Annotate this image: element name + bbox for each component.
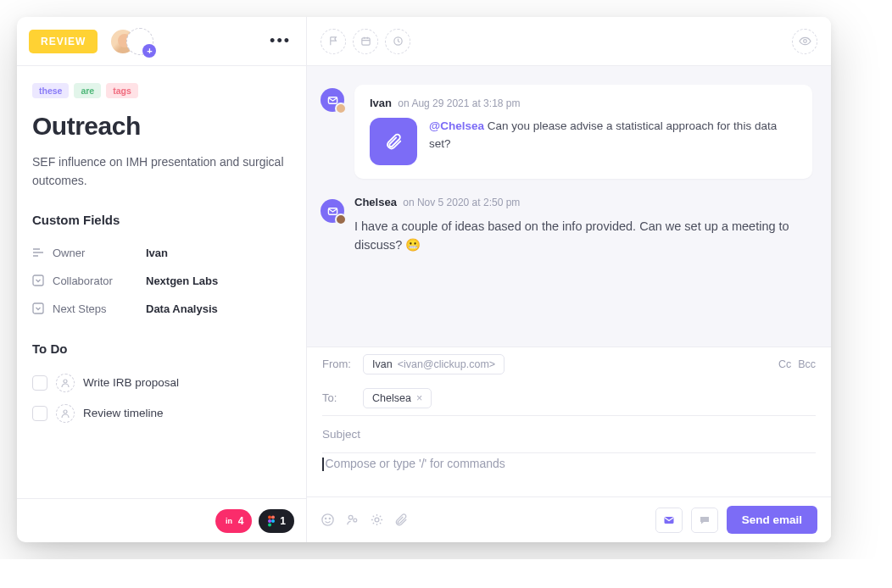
integration-pill-invision[interactable]: in 4 [215, 509, 253, 533]
app-window: REVIEW + ••• these are tags Outreach SEF… [17, 17, 831, 542]
message-meta: Ivan on Aug 29 2021 at 3:18 pm [370, 97, 797, 109]
svg-point-24 [329, 519, 330, 519]
svg-point-12 [271, 519, 275, 523]
message-timestamp: on Aug 29 2021 at 3:18 pm [398, 97, 520, 109]
todo-item[interactable]: Write IRB proposal [32, 368, 291, 398]
svg-point-25 [348, 515, 353, 519]
message-text: @Chelsea Can you please advise a statist… [429, 118, 797, 153]
custom-field-label: Owner [53, 247, 146, 259]
svg-point-9 [268, 515, 271, 519]
svg-point-26 [354, 519, 357, 522]
todo-list: Write IRB proposal Review timeline [32, 368, 291, 429]
message: Chelsea on Nov 5 2020 at 2:50 pm I have … [321, 196, 812, 255]
paperclip-icon[interactable] [394, 513, 409, 527]
custom-field-row[interactable]: Owner Ivan [32, 239, 291, 267]
checkbox[interactable] [32, 375, 47, 391]
send-email-button[interactable]: Send email [727, 506, 817, 534]
tag[interactable]: these [32, 83, 69, 98]
assignee-placeholder-icon[interactable] [56, 374, 75, 392]
left-header: REVIEW + ••• [17, 17, 306, 66]
svg-point-5 [64, 380, 67, 383]
message-author: Ivan [370, 97, 392, 109]
svg-point-22 [322, 514, 333, 525]
todo-item[interactable]: Review timeline [32, 398, 291, 429]
page-title: Outreach [32, 112, 291, 141]
page-description: SEF influence on IMH presentation and su… [32, 153, 291, 191]
invision-icon: in [224, 516, 234, 526]
bcc-button[interactable]: Bcc [798, 358, 816, 370]
custom-field-value: Ivan [146, 247, 168, 259]
to-name: Chelsea [372, 392, 411, 404]
tag[interactable]: tags [106, 83, 138, 98]
custom-fields-heading: Custom Fields [32, 213, 291, 227]
to-chip[interactable]: Chelsea × [363, 388, 432, 408]
right-header [307, 17, 831, 66]
dropdown-icon [32, 302, 44, 314]
message-timestamp: on Nov 5 2020 at 2:50 pm [403, 197, 520, 208]
custom-field-value: Nextgen Labs [146, 275, 218, 287]
message: Ivan on Aug 29 2021 at 3:18 pm @Chelsea … [321, 85, 812, 179]
todo-heading: To Do [32, 341, 291, 356]
clock-icon[interactable] [385, 29, 410, 54]
mention[interactable]: @Chelsea [429, 119, 484, 132]
svg-rect-3 [33, 275, 43, 286]
message-author: Chelsea [354, 196, 397, 208]
custom-field-row[interactable]: Collaborator Nextgen Labs [32, 267, 291, 295]
comment-mode-button[interactable] [691, 508, 718, 533]
svg-point-23 [326, 519, 326, 519]
attachment-icon[interactable] [370, 118, 417, 165]
gear-icon[interactable] [370, 513, 384, 527]
integration-pill-figma[interactable]: 1 [259, 509, 294, 533]
compose-panel: From: Ivan <ivan@clickup.com> Cc Bcc To:… [307, 347, 831, 542]
tag[interactable]: are [74, 83, 101, 98]
dropdown-icon [32, 275, 44, 286]
svg-rect-4 [33, 303, 43, 313]
from-name: Ivan [372, 358, 393, 370]
to-row: To: Chelsea × [307, 381, 831, 415]
cc-button[interactable]: Cc [778, 358, 791, 370]
custom-field-value: Data Analysis [146, 302, 218, 315]
email-mode-button[interactable] [655, 508, 683, 533]
custom-field-label: Next Steps [53, 302, 146, 315]
message-meta: Chelsea on Nov 5 2020 at 2:50 pm [354, 196, 812, 208]
assignee-avatars[interactable]: + [109, 28, 153, 55]
svg-rect-14 [361, 38, 369, 45]
svg-point-27 [375, 518, 379, 522]
remove-chip-icon[interactable]: × [416, 392, 422, 404]
more-menu-button[interactable]: ••• [266, 29, 294, 53]
calendar-icon[interactable] [353, 29, 378, 54]
todo-label: Review timeline [83, 407, 164, 419]
checkbox[interactable] [32, 406, 47, 421]
pill-count: 4 [238, 515, 244, 527]
compose-footer: Send email [307, 496, 831, 542]
add-assignee-button[interactable]: + [126, 28, 153, 55]
message-text: I have a couple of ideas based on the in… [354, 217, 812, 255]
status-badge[interactable]: REVIEW [29, 30, 98, 53]
svg-text:in: in [226, 517, 232, 525]
from-email: <ivan@clickup.com> [398, 358, 496, 370]
figma-icon [267, 515, 276, 527]
right-pane: Ivan on Aug 29 2021 at 3:18 pm @Chelsea … [307, 17, 831, 542]
plus-icon: + [142, 44, 156, 58]
subject-input[interactable]: Subject [307, 416, 831, 452]
compose-body[interactable]: Compose or type '/' for commands [307, 453, 831, 496]
left-body: these are tags Outreach SEF influence on… [17, 66, 306, 437]
message-card[interactable]: Ivan on Aug 29 2021 at 3:18 pm @Chelsea … [354, 85, 812, 179]
svg-point-11 [268, 519, 271, 523]
svg-point-10 [271, 515, 275, 519]
svg-point-6 [64, 410, 67, 413]
email-badge-icon [321, 88, 344, 112]
message-thread: Ivan on Aug 29 2021 at 3:18 pm @Chelsea … [307, 66, 831, 347]
watch-icon[interactable] [792, 29, 817, 54]
from-label: From: [322, 358, 363, 370]
from-row: From: Ivan <ivan@clickup.com> Cc Bcc [307, 347, 831, 381]
custom-field-row[interactable]: Next Steps Data Analysis [32, 295, 291, 323]
mention-icon[interactable] [345, 513, 360, 527]
svg-point-19 [803, 40, 806, 43]
assignee-placeholder-icon[interactable] [56, 404, 75, 423]
svg-point-13 [268, 523, 271, 526]
flag-icon[interactable] [321, 29, 346, 54]
from-chip[interactable]: Ivan <ivan@clickup.com> [363, 354, 505, 374]
left-footer: in 4 1 [17, 498, 306, 542]
emoji-icon[interactable] [321, 513, 335, 527]
